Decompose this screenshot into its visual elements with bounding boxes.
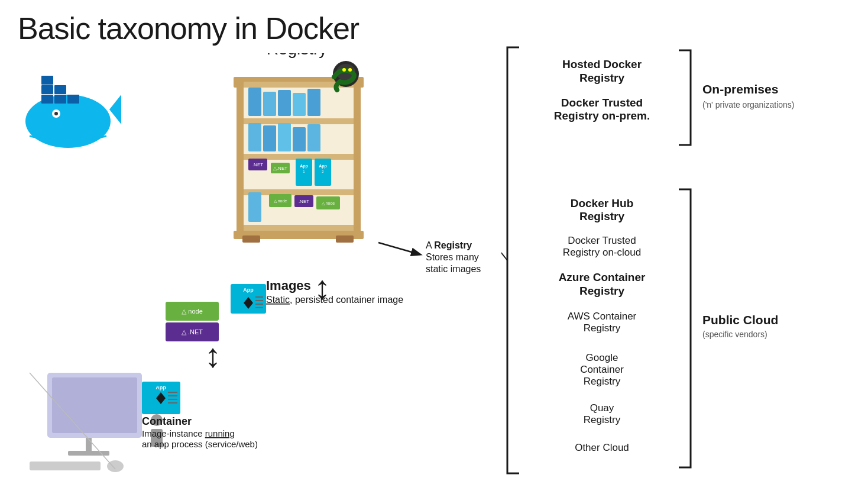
svg-text:Registry: Registry xyxy=(584,376,621,387)
svg-text:App: App xyxy=(243,287,254,293)
svg-text:Images: Images xyxy=(266,278,311,293)
svg-text:Container: Container xyxy=(142,415,192,427)
svg-text:AWS Container: AWS Container xyxy=(568,311,637,322)
svg-rect-25 xyxy=(307,89,320,116)
svg-text:Registry: Registry xyxy=(579,285,624,297)
svg-text:Quay: Quay xyxy=(590,402,614,414)
svg-rect-24 xyxy=(293,93,306,116)
svg-rect-26 xyxy=(248,123,261,151)
svg-line-87 xyxy=(378,243,420,254)
svg-rect-70 xyxy=(86,438,92,453)
svg-text:Registry on-prem.: Registry on-prem. xyxy=(554,109,650,122)
svg-rect-18 xyxy=(242,235,260,243)
svg-text:Registry: Registry xyxy=(579,72,624,84)
svg-text:△.NET: △.NET xyxy=(273,166,287,171)
svg-text:A Registry: A Registry xyxy=(426,240,472,250)
svg-text:Other Cloud: Other Cloud xyxy=(575,442,629,453)
svg-text:△ node: △ node xyxy=(274,199,287,203)
svg-text:Docker Trusted: Docker Trusted xyxy=(561,96,643,109)
svg-rect-71 xyxy=(68,451,109,456)
svg-marker-1 xyxy=(109,95,121,124)
diagram-svg: App 1 App 2 .NET △.NET △ node .NET △ nod… xyxy=(0,53,514,491)
svg-text:App: App xyxy=(319,164,327,169)
svg-rect-19 xyxy=(336,235,354,243)
svg-rect-72 xyxy=(30,462,101,470)
svg-text:Registry on-cloud: Registry on-cloud xyxy=(563,247,641,258)
svg-text:.NET: .NET xyxy=(299,199,309,204)
svg-text:Azure Container: Azure Container xyxy=(559,271,646,283)
svg-text:Registry: Registry xyxy=(267,53,328,58)
svg-text:Hosted Docker: Hosted Docker xyxy=(562,58,642,70)
svg-text:Google: Google xyxy=(586,352,618,363)
svg-text:On-premises: On-premises xyxy=(702,82,778,96)
svg-rect-22 xyxy=(263,92,276,116)
svg-point-50 xyxy=(342,68,346,72)
svg-point-51 xyxy=(348,68,352,72)
svg-rect-8 xyxy=(54,85,66,94)
svg-text:(specific vendors): (specific vendors) xyxy=(702,330,767,339)
svg-rect-28 xyxy=(278,123,291,151)
svg-rect-29 xyxy=(293,127,306,151)
svg-rect-69 xyxy=(52,377,137,433)
svg-rect-30 xyxy=(307,124,320,151)
svg-text:Container: Container xyxy=(580,364,624,375)
svg-point-3 xyxy=(54,112,58,115)
svg-rect-27 xyxy=(263,125,276,151)
svg-text:△ node: △ node xyxy=(182,308,203,315)
svg-text:Registry: Registry xyxy=(579,210,624,222)
svg-text:△ node: △ node xyxy=(322,201,335,205)
svg-text:↕: ↕ xyxy=(205,337,221,374)
svg-rect-21 xyxy=(248,88,261,116)
svg-text:Docker Trusted: Docker Trusted xyxy=(568,235,636,246)
page-title: Basic taxonomy in Docker xyxy=(18,11,359,46)
svg-text:Public Cloud: Public Cloud xyxy=(702,313,778,327)
svg-text:('n' private organizations): ('n' private organizations) xyxy=(702,100,795,109)
svg-rect-5 xyxy=(54,95,66,104)
svg-text:Stores many: Stores many xyxy=(426,252,479,262)
svg-rect-41 xyxy=(248,192,261,222)
svg-text:an app process (service/web): an app process (service/web) xyxy=(142,439,258,449)
svg-text:△ .NET: △ .NET xyxy=(182,328,203,335)
svg-text:Static, persisted container im: Static, persisted container image xyxy=(266,295,403,305)
svg-rect-4 xyxy=(41,95,53,104)
svg-text:Image-instance running: Image-instance running xyxy=(142,428,235,438)
svg-text:.NET: .NET xyxy=(252,162,263,167)
taxonomy-panel: Hosted Docker Registry Docker Trusted Re… xyxy=(501,30,856,479)
svg-rect-9 xyxy=(41,76,53,85)
svg-text:App: App xyxy=(156,385,166,390)
svg-rect-7 xyxy=(41,85,53,94)
svg-rect-23 xyxy=(278,90,291,116)
svg-text:Docker Hub: Docker Hub xyxy=(571,197,634,209)
svg-text:Registry: Registry xyxy=(584,322,621,334)
svg-text:static images: static images xyxy=(426,264,481,274)
svg-text:Registry: Registry xyxy=(584,414,621,425)
svg-rect-6 xyxy=(67,95,79,104)
svg-text:App: App xyxy=(300,164,308,169)
